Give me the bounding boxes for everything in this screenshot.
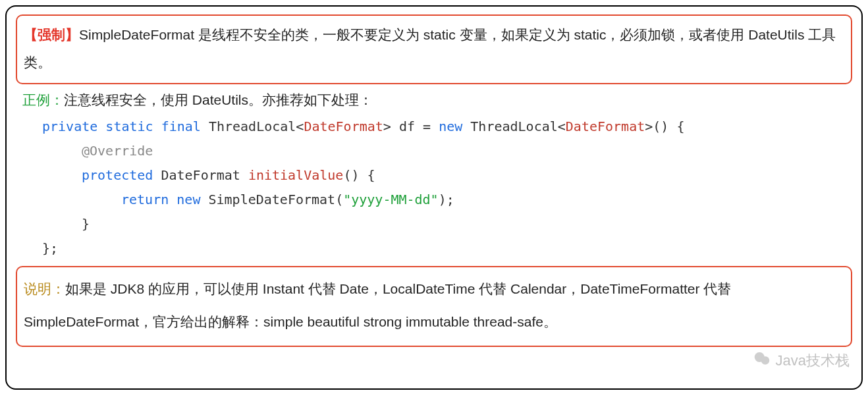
type-dateformat2: DateFormat xyxy=(566,118,645,134)
sym-lt2: < xyxy=(558,118,566,134)
kw-private: private xyxy=(42,118,97,134)
code-line-3: protected DateFormat initialValue() { xyxy=(42,163,846,188)
kw-static: static xyxy=(105,118,153,134)
sym-gt2: > xyxy=(645,118,653,134)
paren-open: ( xyxy=(335,192,343,207)
code-line-6: }; xyxy=(42,236,846,261)
op-eq: = xyxy=(423,118,439,134)
type-dateformat3: DateFormat xyxy=(161,167,248,183)
code-block: private static final ThreadLocal<DateFor… xyxy=(16,113,852,265)
rule-block: 【强制】SimpleDateFormat 是线程不安全的类，一般不要定义为 st… xyxy=(16,14,852,84)
sym-gt: > xyxy=(383,118,399,134)
rule-text: SimpleDateFormat 是线程不安全的类，一般不要定义为 static… xyxy=(24,27,836,70)
note-tag: 说明： xyxy=(24,281,65,296)
paren-brace: () { xyxy=(343,167,375,183)
watermark: Java技术栈 xyxy=(752,349,850,373)
type-threadlocal: ThreadLocal xyxy=(209,118,296,134)
method-initialvalue: initialValue xyxy=(248,167,344,183)
tail-brace: () { xyxy=(653,118,684,134)
code-line-4: return new SimpleDateFormat("yyyy-MM-dd"… xyxy=(42,188,846,212)
example-line: 正例：注意线程安全，使用 DateUtils。亦推荐如下处理： xyxy=(16,88,852,113)
anno-override: @Override xyxy=(82,143,153,159)
note-block: 说明：如果是 JDK8 的应用，可以使用 Instant 代替 Date，Loc… xyxy=(16,266,852,347)
code-line-5: } xyxy=(42,212,846,236)
example-text: 注意线程安全，使用 DateUtils。亦推荐如下处理： xyxy=(64,92,373,107)
note-text: 如果是 JDK8 的应用，可以使用 Instant 代替 Date，LocalD… xyxy=(24,281,731,329)
code-line-1: private static final ThreadLocal<DateFor… xyxy=(42,118,684,134)
example-tag: 正例： xyxy=(22,92,64,107)
kw-final: final xyxy=(161,118,201,134)
wechat-icon xyxy=(752,349,772,373)
kw-protected: protected xyxy=(82,167,161,183)
document-frame: 【强制】SimpleDateFormat 是线程不安全的类，一般不要定义为 st… xyxy=(5,5,863,390)
var-df: df xyxy=(399,118,423,134)
string-literal: "yyyy-MM-dd" xyxy=(343,192,439,207)
watermark-text: Java技术栈 xyxy=(776,351,850,371)
sym-lt: < xyxy=(296,118,304,134)
paren-close: ); xyxy=(439,192,454,207)
type-simpledateformat: SimpleDateFormat xyxy=(208,192,335,207)
svg-point-1 xyxy=(761,356,769,365)
kw-new2: new xyxy=(176,192,208,207)
kw-new: new xyxy=(439,118,470,134)
rule-tag: 【强制】 xyxy=(24,27,79,42)
kw-return: return xyxy=(121,192,176,207)
code-line-2: @Override xyxy=(42,139,846,163)
type-dateformat: DateFormat xyxy=(304,118,383,134)
type-threadlocal2: ThreadLocal xyxy=(470,118,557,134)
